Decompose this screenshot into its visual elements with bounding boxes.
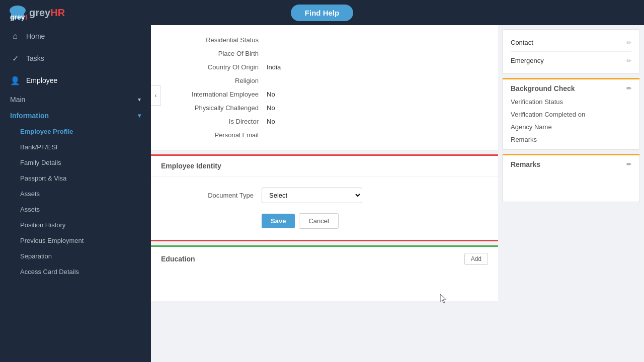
sidebar-section-main-label: Main [10, 96, 25, 104]
add-education-button[interactable]: Add [464, 253, 488, 265]
sidebar-section-main[interactable]: Main ▾ [0, 92, 151, 108]
sidebar-sub-label-assets: Assets [20, 206, 40, 213]
is-director-value: No [267, 118, 275, 125]
chevron-down-icon: ▾ [138, 96, 141, 103]
divider [511, 51, 631, 52]
chevron-down-icon-2: ▾ [138, 112, 141, 119]
form-row-residential: Residential Status [166, 33, 488, 47]
sidebar: ⌂ Home ✓ Tasks 👤 Employee Main ▾ Informa… [0, 25, 151, 362]
is-director-label: Is Director [166, 118, 267, 125]
verification-status-field: Verification Status [503, 96, 639, 108]
sidebar-item-home[interactable]: ⌂ Home [0, 25, 151, 47]
emergency-edit-icon[interactable]: ✏ [626, 57, 631, 64]
contact-edit-icon[interactable]: ✏ [626, 39, 631, 46]
remarks-field: Remarks [503, 133, 639, 149]
country-of-origin-label: Country Of Origin [166, 63, 267, 71]
right-panel: Contact ✏ Emergency ✏ Background Check ✏… [498, 25, 644, 362]
sidebar-item-previous-employment[interactable]: Previous Employment [0, 233, 151, 248]
contact-item: Contact ✏ [511, 36, 631, 49]
cancel-button[interactable]: Cancel [299, 213, 338, 229]
svg-text:HR: HR [25, 13, 27, 21]
document-type-row: Document Type Select [161, 185, 488, 206]
sidebar-sub-label-family: Family Details [20, 159, 61, 166]
remarks-card: Remarks ✏ [502, 154, 640, 202]
tasks-icon: ✓ [10, 53, 20, 63]
education-header: Education Add [151, 247, 498, 271]
sidebar-label-employee: Employee [26, 76, 57, 84]
sidebar-label-home: Home [26, 32, 45, 40]
identity-buttons-row: Save Cancel [161, 210, 488, 232]
logo-icon: grey HR [8, 5, 27, 21]
logo-text: greyHR [29, 7, 65, 19]
form-row-international: International Employee No [166, 87, 488, 101]
form-row-country: Country Of Origin India [166, 60, 488, 74]
physically-challenged-label: Physically Challenged [166, 104, 267, 112]
sidebar-item-position-history[interactable]: Position History [0, 217, 151, 233]
sidebar-sub-label-position: Position History [20, 221, 65, 229]
form-row-physically: Physically Challenged No [166, 101, 488, 115]
sidebar-sub-label-access: Access Card Details [20, 268, 79, 276]
contact-emergency-body: Contact ✏ Emergency ✏ [503, 30, 639, 73]
sidebar-item-bank-pf-esi[interactable]: Bank/PF/ESI [0, 139, 151, 155]
collapse-button[interactable]: ‹ [151, 85, 161, 106]
document-type-label: Document Type [161, 192, 262, 199]
sidebar-sub-label-previous: Previous Employment [20, 237, 84, 244]
sidebar-item-separation[interactable]: Separation [0, 248, 151, 264]
education-body [151, 271, 498, 301]
background-check-label: Background Check [511, 84, 575, 93]
form-row-personal-email: Personal Email [166, 128, 488, 142]
topbar: grey HR greyHR Find Help [0, 0, 644, 25]
education-section: Education Add [151, 245, 498, 301]
sidebar-item-assets-header[interactable]: Assets [0, 186, 151, 202]
remarks-edit-icon[interactable]: ✏ [626, 161, 631, 168]
svg-text:grey: grey [10, 13, 25, 21]
sidebar-item-passport-visa[interactable]: Passport & Visa [0, 170, 151, 186]
find-help-button[interactable]: Find Help [291, 5, 353, 21]
home-icon: ⌂ [10, 31, 20, 41]
emergency-label: Emergency [511, 57, 544, 64]
education-title: Education [161, 255, 195, 263]
sidebar-item-assets[interactable]: Assets [0, 202, 151, 217]
sidebar-item-tasks[interactable]: ✓ Tasks [0, 47, 151, 69]
remarks-title: Remarks ✏ [503, 155, 639, 171]
remarks-label: Remarks [511, 160, 540, 168]
sidebar-section-information[interactable]: Information ▾ [0, 108, 151, 124]
employee-identity-title: Employee Identity [161, 162, 221, 170]
employee-identity-header: Employee Identity [151, 156, 498, 176]
country-of-origin-value: India [267, 63, 281, 71]
physically-challenged-value: No [267, 104, 275, 112]
select-wrapper: Select [262, 188, 362, 203]
sidebar-section-information-label: Information [10, 112, 49, 120]
employee-icon: 👤 [10, 75, 20, 85]
sidebar-item-employee-profile[interactable]: Employee Profile [0, 124, 151, 139]
contact-emergency-card: Contact ✏ Emergency ✏ [502, 29, 640, 74]
agency-name-field: Agency Name [503, 121, 639, 133]
main-content: ‹ Residential Status Place Of Birth Coun… [151, 25, 498, 362]
verification-completed-field: Verification Completed on [503, 108, 639, 121]
background-check-title: Background Check ✏ [503, 79, 639, 96]
save-button[interactable]: Save [262, 214, 295, 228]
sidebar-sub-label-passport: Passport & Visa [20, 174, 66, 182]
background-check-edit-icon[interactable]: ✏ [626, 85, 631, 92]
sidebar-item-employee[interactable]: 👤 Employee [0, 69, 151, 92]
employee-identity-body: Document Type Select Save Cancel [151, 176, 498, 240]
religion-label: Religion [166, 77, 267, 84]
form-row-director: Is Director No [166, 115, 488, 128]
sidebar-sub-label-employee-profile: Employee Profile [20, 128, 73, 135]
contact-label: Contact [511, 39, 533, 46]
sidebar-item-family-details[interactable]: Family Details [0, 155, 151, 170]
international-employee-value: No [267, 90, 275, 98]
emergency-item: Emergency ✏ [511, 54, 631, 67]
document-type-select[interactable]: Select [262, 188, 362, 203]
sidebar-label-tasks: Tasks [26, 54, 44, 62]
personal-info-section: Residential Status Place Of Birth Countr… [151, 25, 498, 150]
remarks-body [503, 171, 639, 202]
sidebar-item-access-card[interactable]: Access Card Details [0, 264, 151, 280]
form-row-place-of-birth: Place Of Birth [166, 47, 488, 60]
international-employee-label: International Employee [166, 90, 267, 98]
personal-email-label: Personal Email [166, 131, 267, 139]
form-row-religion: Religion [166, 74, 488, 87]
main-layout: ⌂ Home ✓ Tasks 👤 Employee Main ▾ Informa… [0, 25, 644, 362]
residential-status-label: Residential Status [166, 36, 267, 44]
sidebar-sub-label-separation: Separation [20, 252, 52, 260]
